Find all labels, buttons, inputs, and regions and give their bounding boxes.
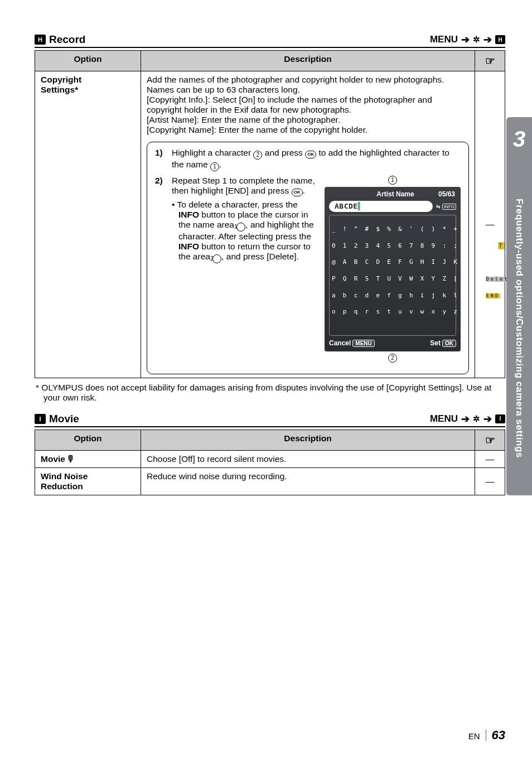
char-row: @ A B C D E F G H I J K L M N O	[332, 258, 453, 267]
side-tab-label: Frequently-used options/Customizing came…	[506, 161, 532, 495]
side-tab-number: 3	[506, 117, 532, 161]
dialog-screenshot-wrap: 1 Artist Name 05/63 ABCDE▌	[325, 176, 461, 363]
record-section-header: H Record MENU ➔ ✲ ➔ H	[35, 33, 505, 48]
camera-i-icon: I	[35, 414, 46, 424]
menu-label: MENU	[430, 413, 458, 425]
arrow-right-icon: ➔	[483, 413, 492, 425]
dialog-info-chip: ⇆INFO	[436, 204, 456, 210]
page-number: 63	[492, 728, 505, 742]
movie-title: Movie	[49, 413, 79, 425]
record-options-table: Option Description Copyright Settings* A…	[35, 50, 505, 378]
bullet-text: To delete a character, press the	[177, 200, 297, 209]
side-tab: 3 Frequently-used options/Customizing ca…	[506, 117, 532, 495]
circled-2-icon: 2	[388, 354, 397, 363]
movie-options-table: Option Description Movie 🎙 Choose [Off] …	[35, 430, 505, 495]
hand-pointer-icon	[485, 57, 495, 66]
description-cell: Choose [Off] to record silent movies.	[141, 450, 475, 467]
dialog-cancel: CancelMENU	[329, 339, 375, 347]
char-highlight: ?	[498, 242, 505, 249]
circled-2-icon: 2	[212, 254, 221, 263]
hand-pointer-icon	[485, 436, 495, 446]
option-label: Settings*	[41, 85, 135, 95]
arrow-right-icon: ➔	[461, 33, 470, 46]
end-tag: END	[486, 293, 500, 298]
char-row: 0 1 2 3 4 5 6 7 8 9 : ; < = > ?	[332, 242, 453, 250]
col-option-header: Option	[35, 51, 141, 71]
char-row: P Q R S T U V W X Y Z [ ] _ Delete	[332, 275, 453, 283]
col-option-header: Option	[35, 430, 141, 450]
circled-2-icon: 2	[253, 151, 262, 160]
step-2: 2) Repeat Step 1 to complete the name, t…	[155, 176, 461, 363]
option-label: Movie	[41, 454, 65, 464]
step-1: 1) Highlight a character 2 and press OK …	[155, 148, 461, 171]
ok-chip-icon: OK	[442, 340, 456, 347]
info-button-label: INFO	[178, 210, 199, 219]
footer-lang: EN	[468, 731, 480, 741]
table-row: Copyright Settings* Add the names of the…	[35, 71, 505, 378]
table-row: Wind Noise Reduction Reduce wind noise d…	[35, 467, 505, 495]
option-label: Wind Noise	[41, 471, 135, 481]
camera-i-icon: I	[495, 414, 505, 423]
page-footer: EN 63	[468, 728, 505, 742]
gear-icon: ✲	[473, 35, 480, 45]
camera-h-icon: H	[35, 35, 46, 45]
name-entry-dialog: Artist Name 05/63 ABCDE▌ ⇆INFO _ ! " # $…	[325, 187, 461, 351]
ref-cell: —	[475, 450, 505, 467]
table-row: Movie 🎙 Choose [Off] to record silent mo…	[35, 450, 505, 467]
description-intro: Add the names of the photographer and co…	[147, 75, 469, 135]
dialog-name-input: ABCDE▌	[329, 201, 433, 212]
menu-chip-icon: MENU	[352, 340, 374, 347]
movie-section-header: I Movie MENU ➔ ✲ ➔ I	[35, 413, 505, 427]
step-instruction-block: 1) Highlight a character 2 and press OK …	[147, 142, 469, 374]
col-description-header: Description	[141, 430, 475, 450]
arrow-right-icon: ➔	[461, 413, 470, 425]
step-text: .	[219, 160, 221, 169]
footer-divider	[486, 730, 486, 741]
step-text: and press	[262, 148, 305, 157]
record-title: Record	[49, 33, 85, 46]
col-ref-header	[475, 51, 505, 71]
option-label: Copyright	[41, 75, 135, 85]
ok-button-icon: OK	[305, 151, 316, 158]
ref-cell: —	[475, 71, 505, 378]
step-number: 2)	[155, 176, 167, 363]
dialog-counter: 05/63	[438, 190, 455, 198]
col-description-header: Description	[141, 51, 475, 71]
info-button-label: INFO	[178, 242, 199, 251]
description-cell: Reduce wind noise during recording.	[141, 467, 475, 495]
camera-h-icon: H	[495, 35, 505, 44]
circled-1-icon: 1	[210, 162, 219, 171]
arrow-right-icon: ➔	[483, 33, 492, 46]
ok-button-icon: OK	[292, 189, 303, 196]
ref-cell: —	[475, 467, 505, 495]
option-label: Reduction	[41, 481, 135, 491]
circled-1-icon: 1	[388, 176, 397, 185]
dialog-char-grid: _ ! " # $ % & ' ( ) * + , - . / 0 1 2 3 …	[329, 215, 456, 336]
char-row: a b c d e f g h i j k l m n END	[332, 292, 453, 300]
gear-icon: ✲	[473, 414, 480, 424]
step-text: Highlight a character	[172, 148, 253, 157]
bullet-text: , and press [Delete].	[221, 252, 299, 261]
movie-menu-path: MENU ➔ ✲ ➔ I	[430, 413, 505, 425]
char-row: o p q r s t u v w x y z { }	[332, 308, 453, 316]
record-menu-path: MENU ➔ ✲ ➔ H	[430, 33, 505, 46]
menu-label: MENU	[430, 34, 458, 45]
step-text: .	[303, 186, 305, 195]
step-number: 1)	[155, 148, 167, 171]
microphone-icon: 🎙	[66, 454, 75, 464]
dialog-title: Artist Name	[376, 190, 414, 198]
dialog-set: SetOK	[430, 339, 456, 347]
col-ref-header	[475, 430, 505, 450]
copyright-footnote: * OLYMPUS does not accept liability for …	[35, 383, 505, 403]
char-row: _ ! " # $ % & ' ( ) * + , - . /	[332, 225, 453, 234]
circled-1-icon: 1	[236, 223, 245, 232]
